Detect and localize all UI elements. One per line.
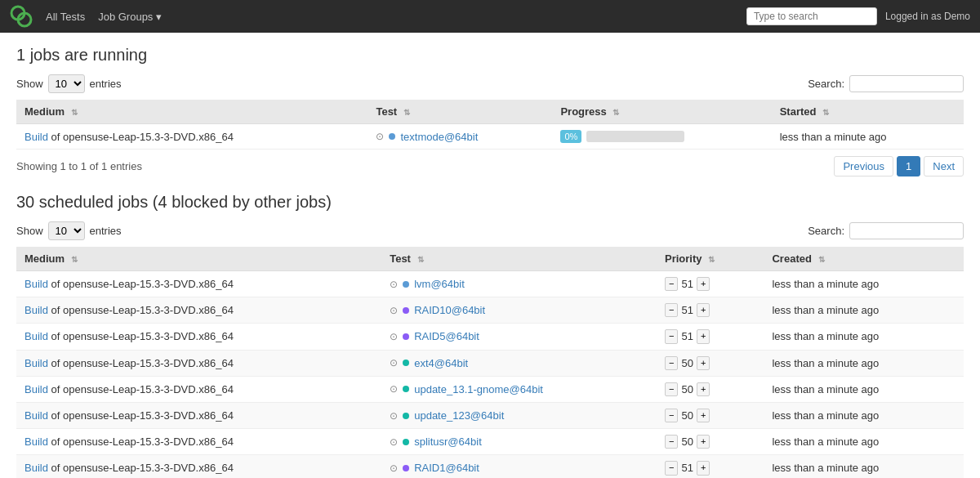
priority-decrease-btn[interactable]: − (665, 382, 678, 396)
running-controls-row: Show 102550 entries Search: (16, 74, 964, 93)
build-link[interactable]: Build (24, 357, 48, 369)
test-link[interactable]: ext4@64bit (414, 357, 468, 369)
build-link[interactable]: Build (24, 436, 48, 448)
priority-decrease-btn[interactable]: − (665, 409, 678, 422)
job-groups-dropdown[interactable]: Job Groups ▾ (98, 11, 162, 23)
test-dot (403, 333, 409, 340)
search-label-scheduled: Search: (808, 225, 844, 237)
priority-decrease-btn[interactable]: − (665, 303, 678, 317)
priority-value: 50 (681, 409, 693, 422)
medium-cell: Build of opensuse-Leap-15.3-3-DVD.x86_64 (16, 376, 381, 402)
medium-cell: Build of opensuse-Leap-15.3-3-DVD.x86_64 (16, 297, 381, 324)
user-label: Logged in as Demo (885, 11, 970, 22)
build-link[interactable]: Build (24, 278, 48, 290)
build-link[interactable]: Build (24, 304, 48, 316)
priority-decrease-btn[interactable]: − (665, 435, 678, 449)
scheduled-controls-row: Show 102550 entries Search: (16, 221, 964, 240)
test-cell: ⊙ ext4@64bit (381, 350, 657, 376)
test-cell: ⊙ update_13.1-gnome@64bit (381, 376, 657, 402)
test-link[interactable]: update_13.1-gnome@64bit (414, 383, 543, 395)
priority-decrease-btn[interactable]: − (665, 277, 678, 291)
build-link[interactable]: Build (24, 131, 48, 143)
medium-text: of opensuse-Leap-15.3-3-DVD.x86_64 (51, 131, 234, 143)
scheduled-section-title: 30 scheduled jobs (4 blocked by other jo… (16, 193, 964, 212)
test-dot (403, 439, 409, 445)
scheduled-controls-left: Show 102550 entries (16, 221, 122, 240)
created-cell: less than a minute ago (764, 376, 964, 402)
test-dot (403, 465, 409, 471)
progress-cell: 0% (552, 124, 771, 150)
test-link[interactable]: splitusr@64bit (414, 436, 482, 448)
build-link[interactable]: Build (24, 330, 48, 342)
all-tests-link[interactable]: All Tests (46, 11, 85, 23)
running-showing-text: Showing 1 to 1 of 1 entries (16, 160, 142, 172)
medium-cell: Build of opensuse-Leap-15.3-3-DVD.x86_64 (16, 402, 381, 428)
priority-increase-btn[interactable]: + (697, 409, 710, 422)
medium-cell: Build of opensuse-Leap-15.3-3-DVD.x86_64 (16, 271, 381, 297)
test-link[interactable]: RAID1@64bit (414, 462, 479, 474)
test-status-icon: ⊙ (376, 131, 384, 142)
progress-badge: 0% (560, 130, 581, 143)
navbar: All Tests Job Groups ▾ Logged in as Demo (0, 0, 980, 33)
medium-cell: Build of opensuse-Leap-15.3-3-DVD.x86_64 (16, 429, 381, 455)
running-page-1-btn[interactable]: 1 (897, 156, 920, 176)
running-prev-btn[interactable]: Previous (834, 156, 893, 176)
priority-decrease-btn[interactable]: − (665, 329, 678, 343)
show-select-scheduled[interactable]: 102550 (48, 221, 85, 240)
test-dot (403, 360, 409, 366)
running-table-body: Build of opensuse-Leap-15.3-3-DVD.x86_64… (16, 124, 964, 150)
show-select-running[interactable]: 102550 (48, 74, 85, 93)
sort-medium-scheduled[interactable]: ⇅ (71, 255, 78, 264)
test-link[interactable]: textmode@64bit (400, 131, 478, 143)
build-link[interactable]: Build (24, 462, 48, 474)
scheduled-search-input[interactable] (849, 222, 964, 239)
table-row: Build of opensuse-Leap-15.3-3-DVD.x86_64… (16, 297, 964, 324)
sort-progress[interactable]: ⇅ (612, 108, 619, 117)
col-started: Started ⇅ (772, 100, 964, 124)
running-next-btn[interactable]: Next (924, 156, 964, 176)
navbar-search-container (746, 7, 877, 25)
priority-increase-btn[interactable]: + (697, 435, 710, 449)
test-link[interactable]: update_123@64bit (414, 409, 504, 422)
table-row: Build of opensuse-Leap-15.3-3-DVD.x86_64… (16, 429, 964, 455)
sort-test-running[interactable]: ⇅ (403, 108, 410, 117)
medium-cell: Build of opensuse-Leap-15.3-3-DVD.x86_64 (16, 350, 381, 376)
scheduled-table-body: Build of opensuse-Leap-15.3-3-DVD.x86_64… (16, 271, 964, 479)
test-status-icon: ⊙ (390, 305, 398, 316)
sort-medium-running[interactable]: ⇅ (71, 108, 78, 117)
sort-priority[interactable]: ⇅ (708, 255, 715, 264)
progress-bar-bg (586, 131, 684, 142)
priority-increase-btn[interactable]: + (697, 356, 710, 370)
test-dot (403, 413, 409, 419)
build-link[interactable]: Build (24, 409, 48, 422)
running-search-input[interactable] (849, 75, 964, 92)
started-cell: less than a minute ago (772, 124, 964, 150)
priority-increase-btn[interactable]: + (697, 303, 710, 317)
sort-started[interactable]: ⇅ (822, 108, 829, 117)
col-priority: Priority ⇅ (657, 247, 764, 271)
priority-decrease-btn[interactable]: − (665, 461, 678, 475)
test-status-icon: ⊙ (390, 436, 398, 448)
col-progress: Progress ⇅ (552, 100, 771, 124)
priority-increase-btn[interactable]: + (697, 329, 710, 343)
test-link[interactable]: RAID10@64bit (414, 304, 485, 316)
test-cell: ⊙ RAID1@64bit (381, 455, 657, 478)
navbar-search-input[interactable] (746, 7, 877, 25)
priority-value: 51 (681, 330, 693, 342)
show-label-running: Show (16, 78, 43, 90)
test-link[interactable]: RAID5@64bit (414, 330, 479, 342)
priority-decrease-btn[interactable]: − (665, 356, 678, 370)
running-section: 1 jobs are running Show 102550 entries S… (16, 46, 964, 176)
app-logo (10, 5, 33, 28)
sort-created[interactable]: ⇅ (818, 255, 825, 264)
priority-increase-btn[interactable]: + (697, 382, 710, 396)
table-row: Build of opensuse-Leap-15.3-3-DVD.x86_64… (16, 271, 964, 297)
entries-label-scheduled: entries (90, 225, 122, 237)
build-link[interactable]: Build (24, 383, 48, 395)
priority-increase-btn[interactable]: + (697, 277, 710, 291)
priority-increase-btn[interactable]: + (697, 461, 710, 475)
medium-text: of opensuse-Leap-15.3-3-DVD.x86_64 (51, 409, 234, 422)
test-link[interactable]: lvm@64bit (414, 278, 465, 290)
running-section-title: 1 jobs are running (16, 46, 964, 65)
sort-test-scheduled[interactable]: ⇅ (417, 255, 424, 264)
